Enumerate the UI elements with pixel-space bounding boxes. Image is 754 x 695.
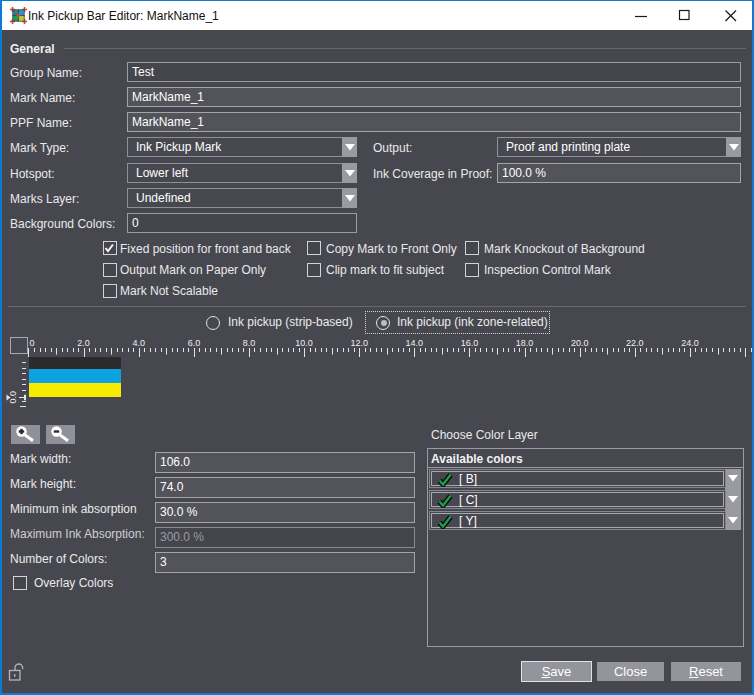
svg-text:14.0: 14.0	[406, 338, 424, 348]
svg-text:2.0: 2.0	[77, 338, 90, 348]
svg-text:16.0: 16.0	[461, 338, 479, 348]
svg-text:8.0: 8.0	[243, 338, 256, 348]
svg-text:22.0: 22.0	[626, 338, 644, 348]
svg-text:10.0: 10.0	[295, 338, 313, 348]
svg-text:12.0: 12.0	[350, 338, 368, 348]
svg-text:0.0: 0.0	[8, 391, 18, 404]
svg-text:4.0: 4.0	[132, 338, 145, 348]
svg-text:0: 0	[29, 338, 34, 348]
svg-text:6.0: 6.0	[188, 338, 201, 348]
svg-text:18.0: 18.0	[516, 338, 534, 348]
svg-text:20.0: 20.0	[571, 338, 589, 348]
svg-text:24.0: 24.0	[681, 338, 699, 348]
